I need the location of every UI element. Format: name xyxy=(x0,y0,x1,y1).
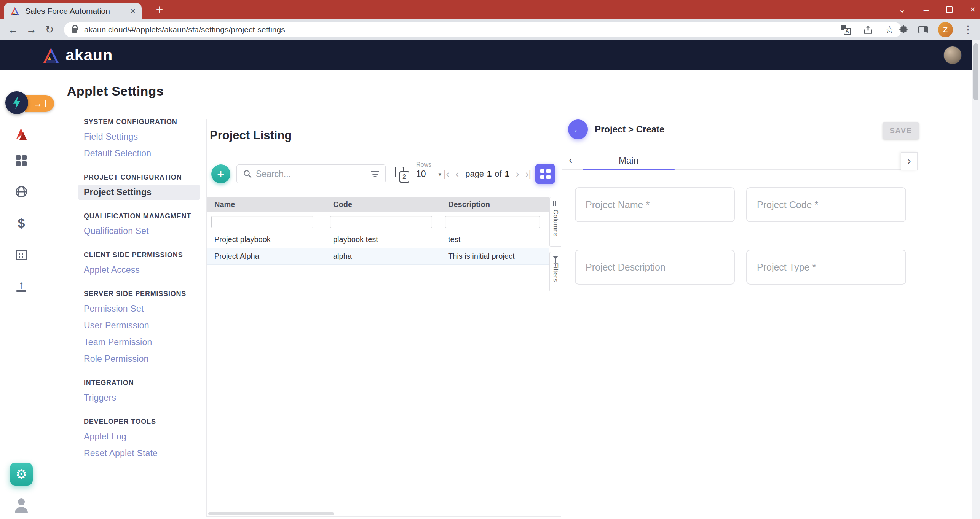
rail-item-upload[interactable]: ↑ xyxy=(0,278,43,295)
rail-item-profile[interactable] xyxy=(0,498,43,513)
upload-arrow-glyph: ↑ xyxy=(19,280,24,290)
sidebar-item-role-permission[interactable]: Role Permission xyxy=(78,351,200,367)
browser-reload-button[interactable]: ↻ xyxy=(41,21,58,38)
tab-search-chevron-icon[interactable]: ⌄ xyxy=(899,5,906,14)
nav-section-header: INTEGRATION xyxy=(84,379,200,387)
rows-per-page-control[interactable]: Rows 10 ▾ xyxy=(416,161,443,181)
url-text[interactable]: akaun.cloud/#/applets/akaun/sfa/settings… xyxy=(84,25,841,34)
column-header-name[interactable]: Name xyxy=(207,200,326,209)
sfa-applet-icon xyxy=(14,127,28,140)
cell-code: alpha xyxy=(326,252,441,261)
filter-input-name[interactable] xyxy=(211,216,313,228)
search-box[interactable] xyxy=(236,164,386,183)
tab-main[interactable]: Main xyxy=(583,151,675,170)
horizontal-scrollbar[interactable] xyxy=(208,512,334,515)
tab-scroll-left-icon[interactable]: ‹ xyxy=(569,154,572,166)
table-row[interactable]: Project playbook playbook test test xyxy=(207,231,549,248)
project-create-panel: ← Project > Create SAVE ‹ Main › Project… xyxy=(562,119,920,468)
side-panel-icon[interactable] xyxy=(918,26,928,33)
column-header-code[interactable]: Code xyxy=(326,200,441,209)
lock-icon[interactable] xyxy=(72,28,77,33)
upload-base-bar xyxy=(16,290,26,292)
sidebar-item-team-permission[interactable]: Team Permission xyxy=(78,334,200,350)
browser-profile-avatar[interactable]: Z xyxy=(938,22,953,37)
sidebar-item-applet-log[interactable]: Applet Log xyxy=(78,429,200,444)
gear-icon: ⚙ xyxy=(16,466,27,482)
rail-item-network[interactable] xyxy=(0,183,43,200)
add-project-button[interactable]: + xyxy=(211,164,230,183)
settings-gear-button[interactable]: ⚙ xyxy=(10,463,33,486)
tab-close-icon[interactable]: × xyxy=(130,6,136,16)
browser-tab-active[interactable]: Sales Force Automation × xyxy=(4,3,142,19)
prev-page-button[interactable]: ‹ xyxy=(456,169,459,179)
rail-item-organization[interactable] xyxy=(0,247,43,263)
app-header: akaun xyxy=(0,40,972,70)
akaun-logo-icon xyxy=(42,47,60,64)
brand-name: akaun xyxy=(65,46,113,64)
sidebar-item-applet-access[interactable]: Applet Access xyxy=(78,262,200,278)
sidebar-item-triggers[interactable]: Triggers xyxy=(78,390,200,406)
share-icon[interactable] xyxy=(863,25,873,35)
sidebar-item-field-settings[interactable]: Field Settings xyxy=(78,129,200,145)
last-page-button[interactable]: ›| xyxy=(525,169,531,179)
sidebar-item-qualification-set[interactable]: Qualification Set xyxy=(78,223,200,239)
project-code-field[interactable]: Project Code * xyxy=(746,187,906,222)
rail-item-sfa-applet[interactable] xyxy=(0,126,43,142)
sidebar-item-project-settings[interactable]: Project Settings xyxy=(78,185,200,200)
building-icon xyxy=(16,250,27,260)
bookmark-star-icon[interactable]: ☆ xyxy=(885,24,894,36)
cell-name: Project Alpha xyxy=(207,252,326,261)
sidebar-item-default-selection[interactable]: Default Selection xyxy=(78,146,200,161)
sidebar-item-reset-applet-state[interactable]: Reset Applet State xyxy=(78,446,200,461)
new-tab-button[interactable]: + xyxy=(152,2,168,17)
active-applet-bubble[interactable] xyxy=(5,91,28,114)
person-icon xyxy=(18,498,25,505)
project-name-field[interactable]: Project Name * xyxy=(575,187,735,222)
nav-section-header: PROJECT CONFIGURATION xyxy=(84,174,200,181)
window-minimize-button[interactable]: – xyxy=(924,5,929,14)
applet-drawer-pull-tab[interactable]: → xyxy=(25,95,54,112)
back-button[interactable]: ← xyxy=(568,119,588,139)
pages-badge: 2 xyxy=(399,171,409,183)
search-input[interactable] xyxy=(256,169,367,179)
browser-forward-button[interactable]: → xyxy=(23,21,40,38)
filters-side-tab[interactable]: Filters xyxy=(549,252,561,291)
cell-description: test xyxy=(441,235,549,244)
card-view-button[interactable] xyxy=(535,164,555,184)
window-maximize-button[interactable] xyxy=(946,6,953,13)
browser-tab-strip: Sales Force Automation × + ⌄ – × xyxy=(0,0,980,19)
next-page-button[interactable]: › xyxy=(516,169,519,179)
brand: akaun xyxy=(42,40,113,70)
translate-letter: A xyxy=(844,28,851,35)
filter-input-description[interactable] xyxy=(445,216,540,228)
browser-back-button[interactable]: ← xyxy=(5,21,21,38)
project-description-field[interactable]: Project Description xyxy=(575,250,735,285)
page-scrollbar-thumb[interactable] xyxy=(973,43,978,100)
cell-code: playbook test xyxy=(326,235,441,244)
globe-icon xyxy=(16,186,27,197)
filter-input-code[interactable] xyxy=(330,216,432,228)
translate-icon[interactable]: A xyxy=(841,25,851,35)
window-close-button[interactable]: × xyxy=(970,5,975,14)
column-header-description[interactable]: Description xyxy=(441,200,549,209)
rows-label: Rows xyxy=(416,161,443,168)
rows-value[interactable]: 10 xyxy=(416,169,426,179)
rail-item-dashboard[interactable] xyxy=(0,152,43,169)
extensions-puzzle-icon[interactable] xyxy=(899,25,908,35)
sidebar-item-user-permission[interactable]: User Permission xyxy=(78,318,200,333)
back-arrow-icon: ← xyxy=(573,123,583,135)
table-row[interactable]: Project Alpha alpha This is initial proj… xyxy=(207,248,549,265)
project-type-field[interactable]: Project Type * xyxy=(746,250,906,285)
filter-list-icon[interactable] xyxy=(371,171,379,177)
sidebar-item-permission-set[interactable]: Permission Set xyxy=(78,301,200,317)
tab-scroll-right-button[interactable]: › xyxy=(901,152,918,170)
multi-page-icon[interactable]: 2 xyxy=(395,167,409,183)
browser-menu-kebab-icon[interactable]: ⋮ xyxy=(963,24,973,36)
address-bar[interactable]: akaun.cloud/#/applets/akaun/sfa/settings… xyxy=(64,22,902,37)
user-avatar[interactable] xyxy=(943,46,962,64)
rail-item-finance[interactable]: $ xyxy=(0,215,43,231)
column-filter-row xyxy=(207,212,549,231)
save-button[interactable]: SAVE xyxy=(883,122,919,139)
first-page-button[interactable]: |‹ xyxy=(444,169,449,179)
columns-side-tab[interactable]: Columns xyxy=(549,197,561,247)
